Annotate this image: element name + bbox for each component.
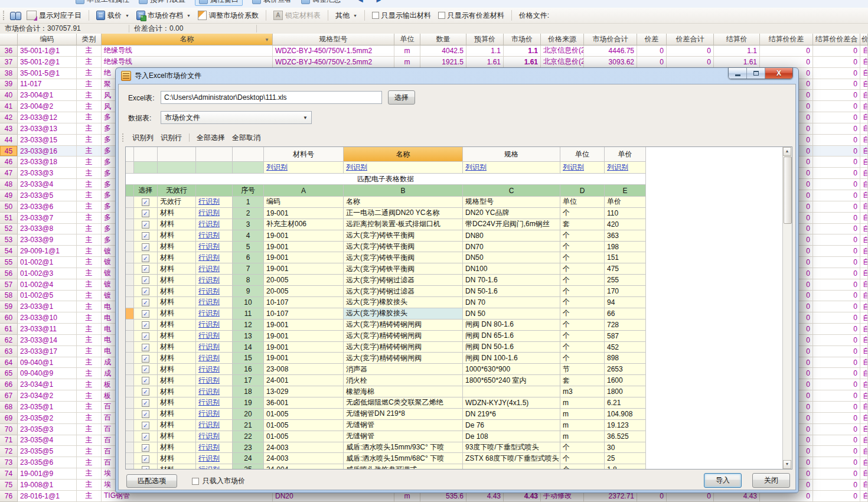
- nav-arrows-icon[interactable]: ◀ ▶: [358, 0, 387, 3]
- row-identify-link[interactable]: 行识别: [198, 208, 220, 217]
- column-header[interactable]: 类别: [77, 34, 102, 45]
- top-tab-4[interactable]: 调整汇总: [301, 0, 341, 5]
- lock-table-button[interactable]: A 锁定材料表: [272, 9, 322, 22]
- row-identify-link[interactable]: 行识别: [198, 398, 220, 406]
- dialog-titlebar[interactable]: 导入Excel市场价文件: [116, 68, 798, 83]
- column-identify-link[interactable]: 列识别: [563, 163, 584, 171]
- scroll-down-icon[interactable]: ▼: [783, 460, 791, 469]
- identify-row-button[interactable]: 识别行: [161, 133, 182, 143]
- row-checkbox[interactable]: ✓: [142, 455, 149, 463]
- excel-row[interactable]: ✓材料行识别719-001远大(竞字)铸铁平衡阀DN100个475: [126, 263, 646, 275]
- excel-row[interactable]: ✓材料行识别1110-107远大(竞字)橡胶接头DN 50个66: [126, 308, 646, 320]
- row-identify-link[interactable]: 行识别: [198, 320, 220, 328]
- identify-column-button[interactable]: 识别列: [132, 133, 154, 143]
- excel-row[interactable]: ✓材料行识别920-005远大(竞字)铸钢过滤器DN 50-1.6个170: [126, 286, 646, 297]
- column-header[interactable]: 价差: [637, 34, 667, 45]
- column-header[interactable]: 编码: [18, 34, 77, 45]
- excel-row[interactable]: ✓材料行识别1319-001远大(竞字)精铸铸钢闸阀闸阀 DN 65-1.6个5…: [126, 331, 646, 342]
- row-identify-link[interactable]: 行识别: [198, 365, 220, 373]
- find-icon[interactable]: [10, 12, 21, 19]
- excel-path-input[interactable]: [161, 91, 382, 104]
- row-identify-link[interactable]: 行识别: [198, 420, 220, 429]
- row-identify-link[interactable]: 行识别: [198, 253, 220, 262]
- row-identify-link[interactable]: 行识别: [198, 309, 220, 317]
- row-checkbox[interactable]: ✓: [142, 210, 149, 217]
- grid-header-blank[interactable]: [196, 185, 233, 197]
- map-header-4[interactable]: 单价: [605, 147, 646, 162]
- row-checkbox[interactable]: ✓: [142, 255, 149, 262]
- row-identify-link[interactable]: 行识别: [198, 298, 220, 306]
- excel-row[interactable]: ✓材料行识别1419-001远大(竞字)精铸铸钢闸阀闸阀 DN 50-1.6个4…: [126, 342, 646, 353]
- row-checkbox[interactable]: ✓: [142, 299, 149, 307]
- row-checkbox[interactable]: ✓: [142, 344, 149, 351]
- excel-row[interactable]: ✓材料行识别1010-107远大(竞字)橡胶接头DN 70个94: [126, 297, 646, 308]
- row-checkbox[interactable]: ✓: [142, 276, 149, 284]
- row-checkbox[interactable]: ✓: [142, 198, 149, 206]
- grid-header-B[interactable]: B: [344, 185, 463, 197]
- close-dialog-button[interactable]: 关闭: [752, 473, 790, 488]
- row-identify-link[interactable]: 行识别: [198, 265, 220, 273]
- row-identify-link[interactable]: 行识别: [198, 287, 220, 295]
- grid-header-C[interactable]: C: [463, 185, 560, 197]
- excel-row[interactable]: ✓材料行识别1219-001远大(竞字)精铸铸钢闸阀闸阀 DN 80-1.6个7…: [126, 320, 646, 331]
- excel-row[interactable]: ✓无效行行识别1编码名称规格型号单位单价: [126, 197, 646, 208]
- map-header-1[interactable]: 名称: [344, 147, 463, 162]
- top-tab-2[interactable]: 属性窗口: [195, 0, 243, 6]
- excel-row[interactable]: ✓材料行识别519-001远大(竞字)铸铁平衡阀DN70个198: [126, 242, 646, 253]
- row-checkbox[interactable]: ✓: [142, 399, 149, 407]
- grid-header-序号[interactable]: 序号: [233, 185, 264, 197]
- row-checkbox[interactable]: ✓: [142, 221, 149, 229]
- excel-row[interactable]: ✓材料行识别1623-008消声器1000*630*900节2653: [126, 364, 646, 375]
- import-button[interactable]: 导入: [704, 473, 742, 488]
- excel-row[interactable]: ✓材料行识别2524-004威盾喷头装饰盘可调式个1.8: [126, 464, 646, 470]
- excel-row[interactable]: ✓材料行识别3补充主材006远距离控制装置-板式排烟口机带DC24V开启阀门,6…: [126, 219, 646, 230]
- row-identify-link[interactable]: 行识别: [198, 220, 220, 228]
- row-identify-link[interactable]: 行识别: [198, 376, 220, 384]
- excel-row[interactable]: ✓材料行识别2101-005无缝钢管De 76m19.123: [126, 420, 646, 431]
- row-checkbox[interactable]: ✓: [142, 466, 149, 470]
- load-price-button[interactable]: 载价 ▼: [94, 9, 131, 22]
- row-checkbox[interactable]: ✓: [142, 265, 149, 273]
- column-header[interactable]: 数量: [420, 34, 466, 45]
- grid-header-D[interactable]: D: [560, 185, 605, 197]
- grid-header-无效行[interactable]: 无效行: [158, 185, 196, 197]
- adjust-coefficient-button[interactable]: 调整市场价系数: [196, 9, 260, 22]
- row-identify-link[interactable]: 行识别: [198, 465, 220, 470]
- datasheet-select[interactable]: 市场价文件 ▼: [161, 111, 312, 124]
- match-options-button[interactable]: 匹配选项: [126, 474, 177, 488]
- column-header[interactable]: 规格型号: [273, 34, 394, 45]
- column-header[interactable]: 价差合计: [667, 34, 714, 45]
- choose-file-button[interactable]: 选择: [388, 90, 415, 105]
- vertical-scrollbar[interactable]: ▲ ▼: [782, 147, 792, 469]
- excel-row[interactable]: ✓材料行识别1813-029橡塑海棉m31800: [126, 386, 646, 397]
- column-header[interactable]: 价: [860, 34, 868, 45]
- top-tab-1[interactable]: 预算书设置: [139, 0, 185, 5]
- row-checkbox[interactable]: ✓: [142, 310, 149, 318]
- row-checkbox[interactable]: ✓: [142, 410, 149, 418]
- material-row[interactable]: 3635-001-1@1主绝缘导线WDZC-BYJ-450/750V-1.5mm…: [0, 45, 868, 57]
- select-all-button[interactable]: 全部选择: [197, 133, 225, 143]
- minimize-button[interactable]: [729, 68, 747, 79]
- maximize-button[interactable]: [747, 68, 765, 79]
- excel-row[interactable]: ✓材料行识别1936-001无卤低烟阻燃C类交联聚乙烯绝WDZN-KYJY(4x…: [126, 397, 646, 409]
- row-checkbox[interactable]: ✓: [142, 433, 149, 441]
- row-checkbox[interactable]: ✓: [142, 333, 149, 340]
- row-identify-link[interactable]: 行识别: [198, 432, 220, 440]
- column-header[interactable]: 单位: [394, 34, 420, 45]
- row-checkbox[interactable]: ✓: [142, 321, 149, 329]
- row-identify-link[interactable]: 行识别: [198, 231, 220, 239]
- scroll-up-icon[interactable]: ▲: [783, 147, 791, 156]
- grid-header-选择[interactable]: 选择: [134, 185, 158, 197]
- row-identify-link[interactable]: 行识别: [198, 242, 220, 250]
- row-checkbox[interactable]: ✓: [142, 388, 149, 396]
- row-checkbox[interactable]: ✓: [142, 288, 149, 295]
- excel-row[interactable]: ✓材料行识别419-001远大(竞字)铸铁平衡阀DN80个363: [126, 230, 646, 242]
- row-checkbox[interactable]: ✓: [142, 243, 149, 251]
- load-only-checkbox[interactable]: [192, 478, 199, 485]
- excel-row[interactable]: ✓材料行识别2424-003威盾:洒水喷头15mm/68C° 下喷ZSTX 68…: [126, 453, 646, 464]
- deselect-all-button[interactable]: 全部取消: [232, 133, 260, 143]
- column-header[interactable]: 预算价: [466, 34, 504, 45]
- excel-row[interactable]: ✓材料行识别2324-003威盾:洒水喷头15mm/93C° 下喷93度下喷/下…: [126, 442, 646, 454]
- column-identify-link[interactable]: 列识别: [607, 163, 628, 171]
- price-archive-button[interactable]: 市场价存档 ▼: [135, 9, 192, 22]
